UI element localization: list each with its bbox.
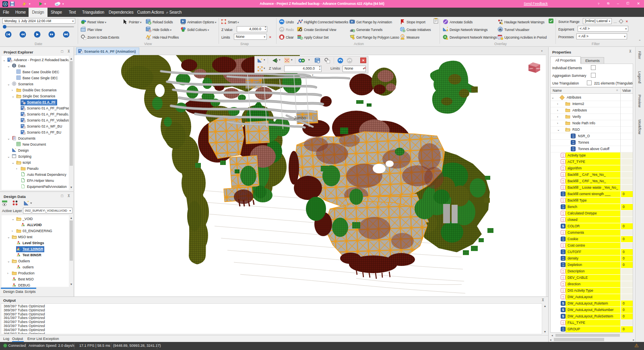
svg-text:.00: .00 — [562, 194, 564, 196]
svg-text:.00: .00 — [562, 265, 564, 267]
svg-text:.00: .00 — [562, 329, 564, 331]
svg-text:cd: cd — [562, 297, 564, 299]
svg-text:cd: cd — [562, 245, 564, 247]
svg-text:cd: cd — [562, 290, 564, 292]
svg-text:cd: cd — [562, 181, 564, 183]
svg-text:.00: .00 — [562, 252, 564, 254]
svg-text:cd: cd — [562, 155, 564, 157]
svg-text:cd: cd — [562, 213, 564, 215]
svg-text:5: 5 — [562, 308, 564, 312]
svg-text:cd: cd — [562, 284, 564, 286]
svg-text:cd: cd — [562, 200, 564, 202]
svg-text:cd: cd — [562, 220, 564, 222]
svg-text:.00: .00 — [562, 258, 564, 260]
svg-text:.00: .00 — [562, 239, 564, 241]
svg-text:5: 5 — [562, 301, 564, 305]
svg-text:.00: .00 — [572, 136, 574, 138]
svg-text:cd: cd — [562, 233, 564, 235]
svg-text:cd: cd — [562, 175, 564, 177]
svg-text:VERT: VERT — [536, 68, 541, 70]
svg-text:5: 5 — [562, 224, 564, 228]
svg-text:5: 5 — [562, 314, 564, 318]
svg-text:cd: cd — [562, 271, 564, 273]
svg-text:cd: cd — [562, 168, 564, 170]
svg-text:?: ? — [402, 35, 403, 38]
svg-text:.00: .00 — [562, 207, 564, 209]
svg-text:cd: cd — [562, 278, 564, 280]
svg-text:cd: cd — [562, 323, 564, 325]
svg-text:cd: cd — [562, 187, 564, 189]
svg-text:cd: cd — [562, 162, 564, 164]
svg-text:.00: .00 — [572, 142, 574, 144]
svg-text:Jumbo: Jumbo — [294, 116, 306, 120]
svg-text:LEFT: LEFT — [529, 68, 533, 70]
svg-text:.00: .00 — [572, 149, 574, 151]
